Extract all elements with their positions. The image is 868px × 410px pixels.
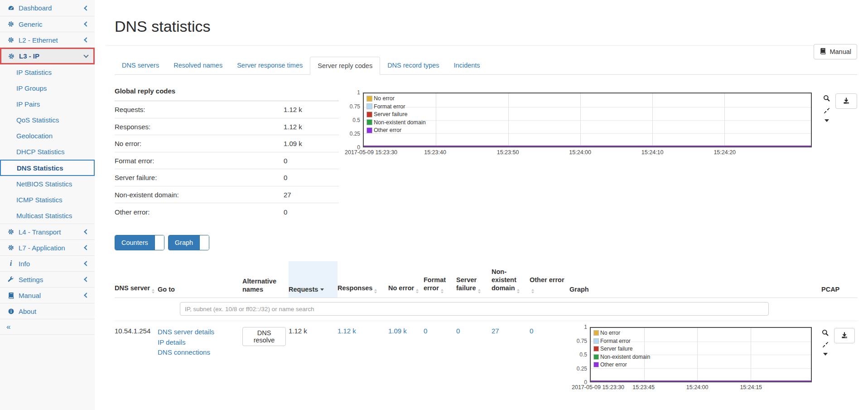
server-failure-link[interactable]: 0 [456, 327, 460, 335]
caret-down-icon[interactable] [825, 119, 829, 122]
sidebar-item-icmp-statistics[interactable]: ICMP Statistics [0, 192, 95, 208]
search-input[interactable] [180, 302, 769, 316]
sidebar-item-ip-statistics[interactable]: IP Statistics [0, 64, 95, 80]
zoom-icon[interactable] [822, 329, 829, 338]
counters-toggle-label: Counters [115, 235, 154, 250]
column-header-dns-server[interactable]: DNS server [115, 261, 158, 298]
sidebar-item-l3-ip[interactable]: L3 - IP [0, 48, 95, 64]
sort-icon [517, 289, 520, 293]
sidebar-item-about[interactable]: About [0, 303, 95, 319]
compress-icon[interactable] [822, 342, 829, 349]
manual-button[interactable]: Manual [814, 44, 857, 59]
sidebar-item-info[interactable]: i Info [0, 255, 95, 271]
legend-swatch-server-failure [593, 346, 599, 351]
info-icon: i [6, 260, 15, 267]
chevron-left-icon [84, 261, 89, 266]
sidebar-collapse-button[interactable]: « [0, 319, 95, 335]
sidebar: Dashboard Generic L2 - Ethernet L3 - IP … [0, 0, 95, 410]
sidebar-item-geolocation[interactable]: Geolocation [0, 128, 95, 144]
sidebar-item-dns-statistics[interactable]: DNS Statistics [0, 160, 95, 176]
stat-row-no-error: No error: 1.09 k [115, 135, 339, 152]
chart-download-button[interactable] [835, 93, 857, 109]
dns-connections-link[interactable]: DNS connections [158, 347, 240, 358]
global-reply-codes-panel: Global reply codes Requests: 1.12 k Resp… [115, 86, 339, 220]
tab-dns-record-types[interactable]: DNS record types [380, 57, 446, 75]
sidebar-item-netbios-statistics[interactable]: NetBIOS Statistics [0, 176, 95, 192]
dns-resolve-button[interactable]: DNS resolve [242, 327, 286, 346]
no-error-link[interactable]: 1.09 k [388, 327, 407, 335]
counters-toggle-button[interactable]: Counters [115, 235, 164, 250]
sidebar-item-generic[interactable]: Generic [0, 16, 95, 32]
cell-go-to: DNS server details IP details DNS connec… [158, 321, 242, 392]
chevron-left-icon [84, 277, 89, 282]
sidebar-item-qos-statistics[interactable]: QoS Statistics [0, 112, 95, 128]
column-header-format-error[interactable]: Format error [424, 261, 456, 298]
caret-down-icon[interactable] [823, 353, 828, 356]
other-error-link[interactable]: 0 [530, 327, 533, 335]
ip-details-link[interactable]: IP details [158, 337, 240, 348]
book-icon [6, 292, 15, 299]
stat-row-responses: Responses: 1.12 k [115, 118, 339, 136]
cell-graph: 1 0.75 0.5 0.25 0 [569, 321, 821, 392]
column-header-requests[interactable]: Requests [289, 261, 338, 298]
chevron-left-icon [84, 293, 89, 298]
sidebar-item-dashboard[interactable]: Dashboard [0, 0, 95, 16]
tab-server-response-times[interactable]: Server response times [230, 57, 310, 75]
chart-toolbar [822, 93, 831, 147]
sidebar-item-multicast-statistics[interactable]: Multicast Statistics [0, 208, 95, 224]
format-error-link[interactable]: 0 [424, 327, 427, 335]
graph-toggle-label: Graph [169, 235, 199, 250]
tab-incidents[interactable]: Incidents [447, 57, 487, 75]
tab-resolved-names[interactable]: Resolved names [166, 57, 230, 75]
cell-other-error: 0 [530, 321, 569, 392]
stat-row-requests: Requests: 1.12 k [115, 101, 339, 118]
counters-toggle-radio[interactable] [154, 235, 164, 250]
global-reply-codes-heading: Global reply codes [115, 86, 339, 101]
responses-link[interactable]: 1.12 k [338, 327, 356, 335]
sort-icon [441, 289, 444, 293]
compress-icon[interactable] [824, 107, 830, 116]
title-divider [106, 45, 857, 46]
chart-series-line [364, 146, 811, 147]
sidebar-item-l2-ethernet[interactable]: L2 - Ethernet [0, 32, 95, 48]
legend-swatch-other-error [366, 127, 372, 133]
sidebar-item-ip-pairs[interactable]: IP Pairs [0, 96, 95, 112]
sidebar-item-settings[interactable]: Settings [0, 271, 95, 287]
dns-servers-table: DNS server Go to Alternative names Reque… [115, 261, 858, 391]
main-content: Manual DNS statistics DNS servers Resolv… [95, 18, 868, 410]
row-chart-y-axis: 1 0.75 0.5 0.25 0 [569, 327, 590, 382]
stat-row-server-failure: Server failure: 0 [115, 169, 339, 186]
column-header-server-failure[interactable]: Server failure [456, 261, 492, 298]
cell-requests: 1.12 k [289, 321, 338, 392]
pcap-download-button[interactable] [834, 328, 855, 343]
sidebar-item-l4-transport[interactable]: L4 - Transport [0, 224, 95, 239]
tab-dns-servers[interactable]: DNS servers [115, 57, 166, 75]
graph-toggle-button[interactable]: Graph [168, 235, 209, 250]
tachometer-icon [6, 5, 15, 11]
sidebar-item-ip-groups[interactable]: IP Groups [0, 80, 95, 96]
table-header-row: DNS server Go to Alternative names Reque… [115, 261, 858, 298]
legend-swatch-no-error [366, 96, 372, 102]
column-header-other-error[interactable]: Other error [530, 261, 569, 298]
gear-icon [6, 21, 15, 27]
non-existent-domain-link[interactable]: 27 [492, 327, 499, 335]
chart-plot-area[interactable]: No error Format error Server failure Non… [363, 93, 812, 147]
cell-non-existent-domain: 27 [492, 321, 530, 392]
tab-server-reply-codes[interactable]: Server reply codes [310, 57, 380, 75]
row-chart-plot-area[interactable]: No error Format error Server failure Non… [590, 327, 812, 382]
tab-bar: DNS servers Resolved names Server respon… [115, 57, 857, 75]
chevron-left-icon [84, 37, 89, 42]
sidebar-item-label: Dashboard [19, 4, 52, 12]
dns-server-details-link[interactable]: DNS server details [158, 327, 240, 337]
column-header-no-error[interactable]: No error [388, 261, 424, 298]
sidebar-item-l7-application[interactable]: L7 - Application [0, 239, 95, 255]
column-header-responses[interactable]: Responses [338, 261, 388, 298]
graph-toggle-radio[interactable] [199, 235, 209, 250]
sidebar-item-manual[interactable]: Manual [0, 287, 95, 303]
sidebar-item-dhcp-statistics[interactable]: DHCP Statistics [0, 144, 95, 160]
legend-swatch-format-error [366, 103, 372, 109]
sort-icon [416, 289, 419, 293]
zoom-icon[interactable] [823, 95, 830, 104]
gear-icon [6, 37, 15, 43]
column-header-non-existent-domain[interactable]: Non-existent domain [492, 261, 530, 298]
